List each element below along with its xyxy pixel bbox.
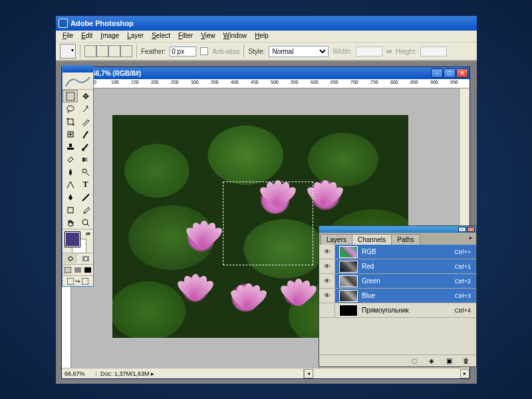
visibility-toggle[interactable] xyxy=(319,303,335,317)
type-tool[interactable]: T xyxy=(78,178,93,191)
foreground-color[interactable] xyxy=(65,232,80,247)
visibility-toggle[interactable]: 👁 xyxy=(319,259,335,273)
quickmask-mode-button[interactable] xyxy=(78,253,93,264)
scrollbar-horizontal[interactable]: ◂ ▸ xyxy=(303,369,469,378)
slice-tool[interactable] xyxy=(78,115,93,128)
menu-edit[interactable]: Edit xyxy=(77,31,96,42)
hand-tool[interactable] xyxy=(63,216,78,229)
channel-row[interactable]: ПрямоугольникCtrl+4 xyxy=(319,303,476,318)
blur-tool[interactable] xyxy=(63,166,78,178)
svg-rect-14 xyxy=(74,267,81,273)
menu-filter[interactable]: Filter xyxy=(174,31,197,42)
eraser-tool[interactable] xyxy=(63,153,78,166)
svg-rect-13 xyxy=(65,267,71,273)
intersect-selection-button[interactable] xyxy=(120,45,132,57)
jump-to-imageready-button[interactable]: ↪ xyxy=(63,275,93,286)
healing-tool[interactable] xyxy=(63,128,78,140)
doc-info[interactable]: Doc: 1,37M/1,63M ▸ xyxy=(96,370,303,377)
options-bar: Feather: Anti-alias Style: Normal Width:… xyxy=(56,43,477,61)
visibility-toggle[interactable]: 👁 xyxy=(319,289,335,303)
selection-marquee[interactable] xyxy=(223,182,313,265)
standard-screen-button[interactable] xyxy=(63,265,72,275)
lasso-tool[interactable] xyxy=(63,102,78,115)
path-tool[interactable] xyxy=(63,178,78,191)
channels-panel[interactable]: – × Layers Channels Paths ▸ 👁RGBCtrl+~👁R… xyxy=(319,225,477,367)
channel-thumbnail[interactable] xyxy=(339,290,358,302)
save-selection-button[interactable]: ◈ xyxy=(426,356,438,366)
gradient-tool[interactable] xyxy=(78,153,93,166)
history-brush-tool[interactable] xyxy=(78,140,93,153)
svg-point-9 xyxy=(82,219,88,225)
dodge-tool[interactable] xyxy=(78,166,93,178)
channel-row[interactable]: 👁BlueCtrl+3 xyxy=(319,289,476,303)
new-channel-button[interactable]: ▣ xyxy=(443,356,455,366)
channel-row[interactable]: 👁RedCtrl+1 xyxy=(319,259,476,274)
visibility-toggle[interactable]: 👁 xyxy=(319,245,335,259)
ruler-tick: 200 xyxy=(151,80,159,84)
fullscreen-menubar-button[interactable] xyxy=(72,265,82,275)
channel-row[interactable]: 👁GreenCtrl+2 xyxy=(319,274,476,289)
panel-menu-button[interactable]: ▸ xyxy=(467,234,475,242)
menu-layer[interactable]: Layer xyxy=(123,31,148,42)
shape-tool[interactable] xyxy=(78,191,93,203)
scroll-left-button[interactable]: ◂ xyxy=(304,369,313,378)
fullscreen-button[interactable] xyxy=(83,265,93,275)
notes-tool[interactable] xyxy=(63,203,78,216)
zoom-tool[interactable] xyxy=(78,216,93,229)
pen-tool[interactable] xyxy=(63,191,78,203)
tab-paths[interactable]: Paths xyxy=(391,234,420,245)
maximize-button[interactable]: □ xyxy=(444,68,456,78)
stamp-tool[interactable] xyxy=(63,140,78,153)
style-select[interactable]: Normal xyxy=(269,46,329,57)
standard-mode-button[interactable] xyxy=(63,253,78,264)
tab-layers[interactable]: Layers xyxy=(321,234,352,245)
channel-name: Green xyxy=(362,277,455,285)
swap-colors-icon[interactable]: ⇄ xyxy=(86,231,90,237)
zoom-field[interactable]: 66,67% xyxy=(62,370,96,377)
toolbox-header[interactable] xyxy=(63,66,93,72)
menu-select[interactable]: Select xyxy=(148,31,174,42)
panel-header[interactable]: – × xyxy=(319,226,476,233)
minimize-button[interactable]: – xyxy=(431,68,443,78)
antialias-checkbox[interactable] xyxy=(200,47,208,55)
scroll-right-button[interactable]: ▸ xyxy=(460,369,469,378)
panel-footer: ◌ ◈ ▣ 🗑 xyxy=(319,354,476,366)
channel-name: Прямоугольник xyxy=(362,307,455,314)
svg-rect-6 xyxy=(82,158,89,162)
channel-thumbnail[interactable] xyxy=(339,275,358,287)
subtract-selection-button[interactable] xyxy=(108,45,120,57)
channel-thumbnail[interactable] xyxy=(339,246,358,258)
load-selection-button[interactable]: ◌ xyxy=(408,356,420,366)
channel-shortcut: Ctrl+~ xyxy=(454,249,476,255)
menu-help[interactable]: Help xyxy=(251,31,273,42)
menu-file[interactable]: File xyxy=(59,31,77,42)
tab-channels[interactable]: Channels xyxy=(352,234,392,245)
brush-tool[interactable] xyxy=(78,128,93,140)
move-tool[interactable]: ✥ xyxy=(78,90,93,102)
toolbox[interactable]: ✥ T ⇄ ↪ xyxy=(62,65,94,287)
document-titlebar[interactable]: и.jpg @ 66,7% (RGB/8#) – □ ✕ xyxy=(62,67,469,79)
channel-thumbnail[interactable] xyxy=(339,261,358,273)
channel-thumbnail[interactable] xyxy=(339,305,358,317)
panel-close-button[interactable]: × xyxy=(467,227,475,232)
visibility-toggle[interactable]: 👁 xyxy=(319,274,335,288)
feather-input[interactable] xyxy=(170,47,196,57)
menu-image[interactable]: Image xyxy=(96,31,123,42)
eyedropper-tool[interactable] xyxy=(78,203,93,216)
ruler-horizontal[interactable]: 0501001502002503003504004505005506006507… xyxy=(71,79,469,88)
wand-tool[interactable] xyxy=(78,102,93,115)
close-button[interactable]: ✕ xyxy=(456,68,468,78)
tool-preset-picker[interactable] xyxy=(60,44,76,59)
marquee-tool[interactable] xyxy=(63,90,78,102)
add-selection-button[interactable] xyxy=(96,45,108,57)
delete-channel-button[interactable]: 🗑 xyxy=(460,356,472,366)
ruler-tick: 650 xyxy=(331,80,338,84)
channel-row[interactable]: 👁RGBCtrl+~ xyxy=(319,245,476,259)
panel-minimize-button[interactable]: – xyxy=(458,227,466,232)
menu-window[interactable]: Window xyxy=(219,31,251,42)
menu-view[interactable]: View xyxy=(197,31,219,42)
new-selection-button[interactable] xyxy=(84,45,96,57)
ruler-tick: 100 xyxy=(111,80,119,84)
crop-tool[interactable] xyxy=(63,115,78,128)
app-titlebar[interactable]: Adobe Photoshop xyxy=(56,16,477,31)
